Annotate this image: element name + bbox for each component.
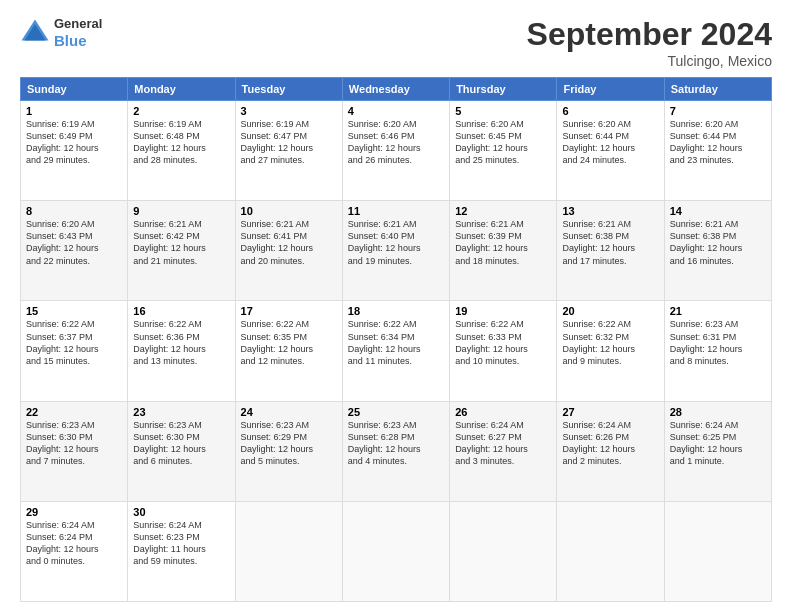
day-info: Sunrise: 6:24 AMSunset: 6:27 PMDaylight:… [455,419,551,468]
day-number: 16 [133,305,229,317]
day-cell: 17Sunrise: 6:22 AMSunset: 6:35 PMDayligh… [235,301,342,401]
day-number: 7 [670,105,766,117]
day-number: 10 [241,205,337,217]
day-info: Sunrise: 6:23 AMSunset: 6:29 PMDaylight:… [241,419,337,468]
day-number: 25 [348,406,444,418]
logo-line1: General [54,16,102,32]
day-cell: 30Sunrise: 6:24 AMSunset: 6:23 PMDayligh… [128,501,235,601]
day-info: Sunrise: 6:24 AMSunset: 6:24 PMDaylight:… [26,519,122,568]
day-cell: 16Sunrise: 6:22 AMSunset: 6:36 PMDayligh… [128,301,235,401]
day-info: Sunrise: 6:19 AMSunset: 6:47 PMDaylight:… [241,118,337,167]
location-title: Tulcingo, Mexico [527,53,772,69]
weekday-header-tuesday: Tuesday [235,78,342,101]
day-number: 19 [455,305,551,317]
day-cell: 28Sunrise: 6:24 AMSunset: 6:25 PMDayligh… [664,401,771,501]
day-cell [450,501,557,601]
month-title: September 2024 [527,16,772,53]
day-info: Sunrise: 6:22 AMSunset: 6:32 PMDaylight:… [562,318,658,367]
day-cell: 15Sunrise: 6:22 AMSunset: 6:37 PMDayligh… [21,301,128,401]
day-info: Sunrise: 6:22 AMSunset: 6:36 PMDaylight:… [133,318,229,367]
week-row-5: 29Sunrise: 6:24 AMSunset: 6:24 PMDayligh… [21,501,772,601]
day-cell: 22Sunrise: 6:23 AMSunset: 6:30 PMDayligh… [21,401,128,501]
day-info: Sunrise: 6:19 AMSunset: 6:48 PMDaylight:… [133,118,229,167]
day-number: 26 [455,406,551,418]
day-cell: 2Sunrise: 6:19 AMSunset: 6:48 PMDaylight… [128,101,235,201]
day-number: 11 [348,205,444,217]
day-info: Sunrise: 6:21 AMSunset: 6:40 PMDaylight:… [348,218,444,267]
weekday-header-sunday: Sunday [21,78,128,101]
day-cell: 12Sunrise: 6:21 AMSunset: 6:39 PMDayligh… [450,201,557,301]
day-cell [342,501,449,601]
day-info: Sunrise: 6:20 AMSunset: 6:45 PMDaylight:… [455,118,551,167]
day-number: 8 [26,205,122,217]
logo: General Blue [20,16,102,50]
day-cell [557,501,664,601]
day-number: 1 [26,105,122,117]
calendar-body: 1Sunrise: 6:19 AMSunset: 6:49 PMDaylight… [21,101,772,602]
logo-icon [20,18,50,48]
weekday-header-wednesday: Wednesday [342,78,449,101]
day-cell [664,501,771,601]
day-cell: 4Sunrise: 6:20 AMSunset: 6:46 PMDaylight… [342,101,449,201]
day-cell: 6Sunrise: 6:20 AMSunset: 6:44 PMDaylight… [557,101,664,201]
day-info: Sunrise: 6:21 AMSunset: 6:38 PMDaylight:… [562,218,658,267]
day-number: 29 [26,506,122,518]
day-cell: 26Sunrise: 6:24 AMSunset: 6:27 PMDayligh… [450,401,557,501]
day-cell: 9Sunrise: 6:21 AMSunset: 6:42 PMDaylight… [128,201,235,301]
day-number: 9 [133,205,229,217]
day-cell: 29Sunrise: 6:24 AMSunset: 6:24 PMDayligh… [21,501,128,601]
day-number: 17 [241,305,337,317]
day-number: 22 [26,406,122,418]
day-number: 23 [133,406,229,418]
day-cell: 19Sunrise: 6:22 AMSunset: 6:33 PMDayligh… [450,301,557,401]
day-cell: 13Sunrise: 6:21 AMSunset: 6:38 PMDayligh… [557,201,664,301]
logo-text: General Blue [54,16,102,50]
day-info: Sunrise: 6:21 AMSunset: 6:42 PMDaylight:… [133,218,229,267]
day-number: 20 [562,305,658,317]
day-info: Sunrise: 6:23 AMSunset: 6:30 PMDaylight:… [133,419,229,468]
day-cell: 18Sunrise: 6:22 AMSunset: 6:34 PMDayligh… [342,301,449,401]
day-number: 27 [562,406,658,418]
day-cell: 8Sunrise: 6:20 AMSunset: 6:43 PMDaylight… [21,201,128,301]
day-cell: 1Sunrise: 6:19 AMSunset: 6:49 PMDaylight… [21,101,128,201]
day-info: Sunrise: 6:23 AMSunset: 6:30 PMDaylight:… [26,419,122,468]
day-cell: 23Sunrise: 6:23 AMSunset: 6:30 PMDayligh… [128,401,235,501]
day-number: 12 [455,205,551,217]
day-cell: 5Sunrise: 6:20 AMSunset: 6:45 PMDaylight… [450,101,557,201]
day-info: Sunrise: 6:20 AMSunset: 6:46 PMDaylight:… [348,118,444,167]
day-number: 30 [133,506,229,518]
week-row-1: 1Sunrise: 6:19 AMSunset: 6:49 PMDaylight… [21,101,772,201]
day-info: Sunrise: 6:24 AMSunset: 6:23 PMDaylight:… [133,519,229,568]
weekday-header-thursday: Thursday [450,78,557,101]
week-row-4: 22Sunrise: 6:23 AMSunset: 6:30 PMDayligh… [21,401,772,501]
day-cell: 7Sunrise: 6:20 AMSunset: 6:44 PMDaylight… [664,101,771,201]
day-info: Sunrise: 6:24 AMSunset: 6:26 PMDaylight:… [562,419,658,468]
day-number: 14 [670,205,766,217]
day-number: 18 [348,305,444,317]
day-cell [235,501,342,601]
day-number: 5 [455,105,551,117]
day-cell: 14Sunrise: 6:21 AMSunset: 6:38 PMDayligh… [664,201,771,301]
calendar-table: SundayMondayTuesdayWednesdayThursdayFrid… [20,77,772,602]
week-row-3: 15Sunrise: 6:22 AMSunset: 6:37 PMDayligh… [21,301,772,401]
day-number: 4 [348,105,444,117]
day-info: Sunrise: 6:22 AMSunset: 6:35 PMDaylight:… [241,318,337,367]
day-number: 13 [562,205,658,217]
day-number: 2 [133,105,229,117]
day-info: Sunrise: 6:20 AMSunset: 6:43 PMDaylight:… [26,218,122,267]
weekday-header-monday: Monday [128,78,235,101]
day-info: Sunrise: 6:20 AMSunset: 6:44 PMDaylight:… [562,118,658,167]
day-cell: 25Sunrise: 6:23 AMSunset: 6:28 PMDayligh… [342,401,449,501]
day-info: Sunrise: 6:22 AMSunset: 6:37 PMDaylight:… [26,318,122,367]
day-number: 6 [562,105,658,117]
day-cell: 27Sunrise: 6:24 AMSunset: 6:26 PMDayligh… [557,401,664,501]
day-info: Sunrise: 6:23 AMSunset: 6:28 PMDaylight:… [348,419,444,468]
day-number: 28 [670,406,766,418]
weekday-header-friday: Friday [557,78,664,101]
day-cell: 3Sunrise: 6:19 AMSunset: 6:47 PMDaylight… [235,101,342,201]
day-info: Sunrise: 6:21 AMSunset: 6:41 PMDaylight:… [241,218,337,267]
day-cell: 11Sunrise: 6:21 AMSunset: 6:40 PMDayligh… [342,201,449,301]
day-number: 21 [670,305,766,317]
day-info: Sunrise: 6:19 AMSunset: 6:49 PMDaylight:… [26,118,122,167]
day-info: Sunrise: 6:23 AMSunset: 6:31 PMDaylight:… [670,318,766,367]
